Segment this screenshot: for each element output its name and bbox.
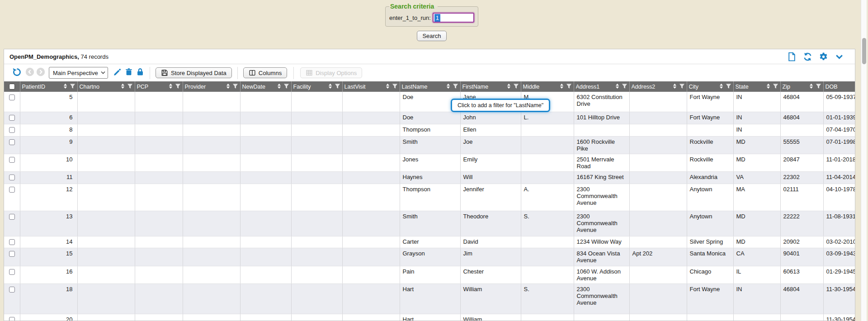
cell-patientid[interactable]: 13 xyxy=(20,211,77,236)
sort-icon[interactable] xyxy=(169,83,173,90)
cell-newdate[interactable] xyxy=(240,283,291,314)
cell-provider[interactable] xyxy=(183,154,240,171)
cell-provider[interactable] xyxy=(183,283,240,314)
cell-address1[interactable]: 101 Hilltop Drive xyxy=(574,112,629,124)
cell-facility[interactable] xyxy=(291,314,342,321)
cell-dob[interactable]: 03-09-1943 xyxy=(823,248,855,266)
cell-zip[interactable] xyxy=(780,124,823,136)
cell-state[interactable]: MD xyxy=(733,236,780,248)
cell-address2[interactable] xyxy=(629,154,687,171)
cell-lastvisit[interactable] xyxy=(342,112,400,124)
cell-chartno[interactable] xyxy=(77,154,135,171)
cell-pcp[interactable] xyxy=(135,112,183,124)
cell-zip[interactable] xyxy=(780,314,823,321)
cell-patientid[interactable]: 9 xyxy=(20,136,77,154)
cell-newdate[interactable] xyxy=(240,314,291,321)
cell-pcp[interactable] xyxy=(135,154,183,171)
cell-address1[interactable]: 16167 King Street xyxy=(574,171,629,184)
cell-patientid[interactable]: 20 xyxy=(20,314,77,321)
cell-address1[interactable]: 834 Ocean Vista Avenue xyxy=(574,248,629,266)
cell-facility[interactable] xyxy=(291,171,342,184)
sort-icon[interactable] xyxy=(719,83,723,90)
filter-funnel-icon[interactable] xyxy=(816,83,821,90)
cell-zip[interactable]: 02111 xyxy=(780,184,823,211)
cell-facility[interactable] xyxy=(291,154,342,171)
cell-lastvisit[interactable] xyxy=(342,184,400,211)
cell-state[interactable]: IN xyxy=(733,283,780,314)
sort-icon[interactable] xyxy=(766,83,770,90)
cell-middle[interactable] xyxy=(521,236,574,248)
cell-chartno[interactable] xyxy=(77,112,135,124)
cell-address2[interactable] xyxy=(629,112,687,124)
cell-zip[interactable]: 20847 xyxy=(780,154,823,171)
column-header-patientid[interactable]: PatientID xyxy=(20,81,77,92)
cell-address1[interactable]: 1234 Willow Way xyxy=(574,236,629,248)
cell-pcp[interactable] xyxy=(135,92,183,112)
cell-city[interactable]: Anytown xyxy=(687,184,733,211)
cell-city[interactable] xyxy=(687,314,733,321)
filter-funnel-icon[interactable] xyxy=(70,83,75,90)
cell-address1[interactable] xyxy=(574,314,629,321)
cell-state[interactable]: IL xyxy=(733,266,780,283)
row-checkbox[interactable] xyxy=(9,139,15,145)
cell-patientid[interactable]: 16 xyxy=(20,266,77,283)
cell-address1[interactable] xyxy=(574,124,629,136)
cell-firstname[interactable]: David xyxy=(460,236,521,248)
column-header-city[interactable]: City xyxy=(687,81,733,92)
cell-facility[interactable] xyxy=(291,248,342,266)
cell-chartno[interactable] xyxy=(77,266,135,283)
cell-provider[interactable] xyxy=(183,236,240,248)
row-checkbox[interactable] xyxy=(9,94,15,100)
cell-city[interactable]: Fort Wayne xyxy=(687,112,733,124)
cell-facility[interactable] xyxy=(291,283,342,314)
row-checkbox[interactable] xyxy=(9,157,15,163)
sort-icon[interactable] xyxy=(809,83,813,90)
cell-chartno[interactable] xyxy=(77,236,135,248)
column-header-address1[interactable]: Address1 xyxy=(574,81,629,92)
filter-funnel-icon[interactable] xyxy=(175,83,181,90)
filter-funnel-icon[interactable] xyxy=(773,83,778,90)
cell-state[interactable]: MD xyxy=(733,136,780,154)
column-header-lastvisit[interactable]: LastVisit xyxy=(342,81,400,92)
cell-state[interactable]: MA xyxy=(733,184,780,211)
cell-city[interactable] xyxy=(687,124,733,136)
cell-newdate[interactable] xyxy=(240,184,291,211)
row-checkbox[interactable] xyxy=(9,239,15,245)
cell-state[interactable]: MD xyxy=(733,154,780,171)
cell-zip[interactable]: 46804 xyxy=(780,92,823,112)
filter-funnel-icon[interactable] xyxy=(679,83,685,90)
cell-newdate[interactable] xyxy=(240,211,291,236)
edit-pencil-icon[interactable] xyxy=(113,68,122,78)
cell-lastname[interactable]: Smith xyxy=(400,136,460,154)
filter-funnel-icon[interactable] xyxy=(726,83,731,90)
cell-city[interactable]: Rockville xyxy=(687,154,733,171)
cell-middle[interactable] xyxy=(521,266,574,283)
cell-patientid[interactable]: 5 xyxy=(20,92,77,112)
filter-funnel-icon[interactable] xyxy=(232,83,238,90)
cell-firstname[interactable]: Jennifer xyxy=(460,184,521,211)
cell-city[interactable]: Rockville xyxy=(687,136,733,154)
column-header-facility[interactable]: Facility xyxy=(291,81,342,92)
column-header-pcp[interactable]: PCP xyxy=(135,81,183,92)
cell-chartno[interactable] xyxy=(77,171,135,184)
row-checkbox[interactable] xyxy=(9,115,15,121)
filter-funnel-icon[interactable] xyxy=(453,83,458,90)
refresh-icon[interactable] xyxy=(803,52,812,61)
cell-newdate[interactable] xyxy=(240,124,291,136)
cell-provider[interactable] xyxy=(183,92,240,112)
cell-middle[interactable] xyxy=(521,171,574,184)
column-header-dob[interactable]: DOB xyxy=(823,81,855,92)
row-checkbox[interactable] xyxy=(9,317,15,321)
sort-icon[interactable] xyxy=(277,83,281,90)
cell-provider[interactable] xyxy=(183,266,240,283)
cell-firstname[interactable]: Ellen xyxy=(460,124,521,136)
cell-middle[interactable] xyxy=(521,136,574,154)
cell-lastname[interactable]: Thompson xyxy=(400,124,460,136)
cell-lastvisit[interactable] xyxy=(342,124,400,136)
cell-dob[interactable]: 11-30-1954 xyxy=(823,283,855,314)
cell-lastname[interactable]: Hart xyxy=(400,283,460,314)
sort-icon[interactable] xyxy=(446,83,450,90)
cell-lastvisit[interactable] xyxy=(342,248,400,266)
cell-firstname[interactable]: William xyxy=(460,283,521,314)
cell-lastvisit[interactable] xyxy=(342,236,400,248)
